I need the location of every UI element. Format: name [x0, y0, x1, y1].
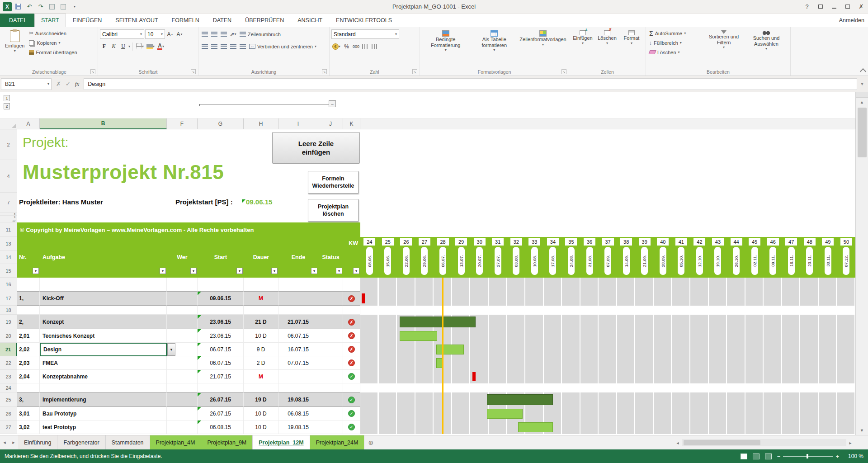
cell-start[interactable]: 23.06.15	[198, 329, 244, 343]
cell-status[interactable]	[318, 392, 343, 407]
scroll-left-button[interactable]: ◂	[674, 440, 682, 445]
grow-font-button[interactable]: A▲	[166, 30, 175, 39]
find-select-button[interactable]: Suchen und Auswählen▾	[745, 28, 787, 66]
cell-nr[interactable]: 2,01	[17, 329, 40, 343]
dialog-launcher-icon[interactable]: ↘	[90, 69, 95, 74]
cell-nr[interactable]: 2,	[17, 315, 40, 329]
cell-task[interactable]: Bau Prototyp	[40, 407, 167, 420]
normal-view-button[interactable]	[741, 454, 747, 459]
cell-wer[interactable]	[167, 315, 198, 329]
cell-dauer[interactable]	[244, 306, 278, 315]
cell-dauer[interactable]: 10 D	[244, 329, 278, 343]
clear-button[interactable]: Löschen▾	[648, 47, 702, 57]
tab-seitenlayout[interactable]: SEITENLAYOUT	[108, 14, 165, 27]
autosum-button[interactable]: ΣAutoSumme▾	[648, 28, 702, 38]
filter-button-wer[interactable]: ▾	[190, 268, 197, 274]
column-header-g[interactable]: G	[198, 118, 244, 129]
tab-start[interactable]: START	[34, 14, 66, 27]
cell-wer[interactable]	[167, 356, 198, 370]
quick-tool-button[interactable]	[58, 2, 68, 12]
cell-start[interactable]: 06.07.15	[198, 343, 244, 356]
cell-ende[interactable]	[278, 306, 318, 315]
row-header-14[interactable]: 14	[0, 250, 17, 264]
tab-ansicht[interactable]: ANSICHT	[291, 14, 329, 27]
page-break-view-button[interactable]	[765, 454, 772, 459]
cell-nr[interactable]: 3,01	[17, 407, 40, 420]
cell-start[interactable]	[198, 278, 244, 291]
horizontal-scrollbar[interactable]: ◂ ▸	[674, 438, 854, 448]
cell-status[interactable]	[318, 343, 343, 356]
cell-status-icon[interactable]: ✓	[343, 370, 360, 383]
collapse-ribbon-icon[interactable]	[860, 68, 866, 75]
cell-ende[interactable]: 07.07.15	[278, 356, 318, 370]
collapse-columns-button[interactable]: −	[329, 100, 336, 107]
fill-color-button[interactable]: ▾	[146, 42, 156, 51]
cell-status-icon[interactable]: ✗	[343, 291, 360, 306]
font-color-button[interactable]: A▾	[156, 42, 165, 51]
scrollbar-split-handle[interactable]	[856, 92, 868, 98]
cell-status[interactable]	[318, 315, 343, 329]
tab-einfuegen[interactable]: EINFÜGEN	[66, 14, 109, 27]
cell-ende[interactable]: 06.07.15	[278, 329, 318, 343]
help-button[interactable]: ?	[800, 1, 814, 13]
cell-nr[interactable]	[17, 278, 40, 291]
maximize-button[interactable]	[841, 1, 854, 13]
cell-status[interactable]	[318, 407, 343, 420]
cell-nr[interactable]: 3,02	[17, 420, 40, 434]
cell-ende[interactable]: 06.08.15	[278, 407, 318, 420]
sign-in-link[interactable]: Anmelden	[839, 14, 868, 27]
row-header-4[interactable]: 4	[0, 160, 17, 193]
cell-nr[interactable]: 2,02	[17, 343, 40, 356]
cell-wer[interactable]	[167, 306, 198, 315]
filter-button-aufgabe[interactable]: ▾	[160, 268, 166, 274]
cell-status[interactable]	[318, 306, 343, 315]
row-header-25[interactable]: 25	[0, 392, 17, 407]
sheet-tab-projektplan-24m[interactable]: Projektplan_24M	[310, 435, 365, 449]
column-header-b[interactable]: B	[40, 118, 167, 129]
shrink-font-button[interactable]: A▼	[175, 30, 184, 39]
decrease-indent-button[interactable]	[229, 42, 237, 51]
cell-task[interactable]	[40, 383, 167, 392]
cell-status[interactable]	[318, 370, 343, 383]
cell-status-icon[interactable]: ✓	[343, 392, 360, 407]
zoom-level[interactable]: 100 %	[844, 453, 863, 459]
cell-nr[interactable]: 2,03	[17, 356, 40, 370]
cell-status-icon[interactable]	[343, 383, 360, 392]
paste-button[interactable]: Einfügen ▾	[3, 28, 27, 66]
cell-dauer[interactable]: M	[244, 370, 278, 383]
cell-status[interactable]	[318, 420, 343, 434]
cut-button[interactable]: ✂Ausschneiden	[28, 28, 78, 38]
cell-start[interactable]	[198, 306, 244, 315]
cell-ende[interactable]	[278, 383, 318, 392]
column-header-h[interactable]: H	[244, 118, 278, 129]
outline-level-1-button[interactable]: 1	[4, 95, 10, 101]
row-header-22[interactable]: 22	[0, 356, 17, 370]
cell-ende[interactable]: 21.07.15	[278, 315, 318, 329]
cell-task[interactable]: Implementierung	[40, 392, 167, 407]
cell-nr[interactable]: 3,	[17, 392, 40, 407]
cell-status[interactable]	[318, 329, 343, 343]
filter-button-nr[interactable]: ▾	[33, 268, 39, 274]
font-name-select[interactable]: Calibri▾	[100, 29, 144, 39]
expand-formula-bar-button[interactable]: ▾	[857, 81, 867, 86]
cell-nr[interactable]	[17, 383, 40, 392]
cell-task[interactable]: Konzept	[40, 315, 167, 329]
dialog-launcher-icon[interactable]: ↘	[412, 69, 417, 74]
cell-task[interactable]	[40, 278, 167, 291]
sort-filter-button[interactable]: Sortieren und Filtern▾	[703, 28, 745, 66]
cell-start[interactable]: 26.07.15	[198, 407, 244, 420]
thousands-format-button[interactable]: 000	[352, 42, 360, 51]
cell-task[interactable]: Design	[40, 343, 167, 356]
align-top-button[interactable]	[200, 30, 209, 39]
cell-wer[interactable]	[167, 291, 198, 306]
cell-nr[interactable]: 2,04	[17, 370, 40, 383]
zoom-out-button[interactable]: −	[777, 453, 781, 460]
name-box[interactable]: B21▾	[1, 78, 52, 90]
borders-button[interactable]: ▾	[135, 42, 145, 51]
filter-button-kw[interactable]: ▾	[353, 268, 359, 274]
cell-task[interactable]: Tecnisches Konzept	[40, 329, 167, 343]
align-center-button[interactable]	[210, 42, 218, 51]
redo-button[interactable]: ↷	[36, 2, 46, 12]
restore-formulas-button[interactable]: Formeln Wiederherstelle	[308, 171, 359, 194]
sheet-tab-farbgenerator[interactable]: Farbgenerator	[57, 435, 105, 449]
